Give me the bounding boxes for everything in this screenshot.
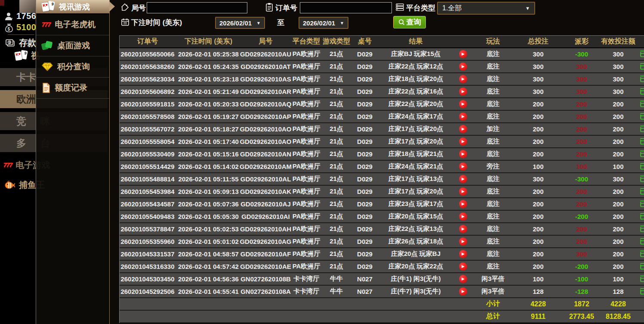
valid-cell: 300 [599, 61, 637, 72]
date-to-select[interactable]: 2026/02/01 ▼ [299, 17, 348, 29]
platform-cell: PA欧洲厅 [290, 261, 323, 272]
play-cell: 底注 [474, 198, 512, 210]
menu-item-label: 视讯游戏 [59, 2, 90, 12]
table-row: 2602010556382602026-02-01 05:24:35GD0292… [120, 61, 644, 73]
bet-cell: 300 [512, 48, 564, 60]
status-cell: 已 [637, 123, 644, 135]
platform-cell: PA欧洲厅 [290, 148, 323, 160]
cards-icon: 9K♥ [15, 50, 28, 62]
time-cell: 2026-02-01 04:55:41 [176, 286, 241, 297]
play-video-button[interactable]: ▶ [459, 125, 467, 133]
platform-select-value: 1.全部 [442, 4, 462, 13]
play-video-button[interactable]: ▶ [459, 275, 467, 283]
play-btn-cell: ▶ [452, 48, 474, 60]
bet-cell: 100 [512, 273, 564, 285]
play-video-button[interactable]: ▶ [459, 262, 467, 271]
play-video-button[interactable]: ▶ [459, 175, 467, 183]
play-video-button[interactable]: ▶ [459, 237, 467, 246]
search-button-label: 查询 [407, 17, 421, 27]
table-cell: D029 [350, 86, 379, 97]
table-cell: N027 [350, 273, 379, 285]
sidebar-divider [8, 34, 34, 35]
menu-item-entry[interactable]: 777电子老虎机 [36, 14, 109, 35]
time-cell: 2026-02-01 05:09:13 [176, 186, 241, 197]
valid-cell: 200 [599, 248, 637, 260]
platform-cell: PA欧洲厅 [290, 236, 323, 247]
play-icon: ▶ [462, 140, 465, 143]
round-cell: GD029262010AS [241, 73, 290, 85]
play-btn-cell: ▶ [452, 61, 474, 72]
play-video-button[interactable]: ▶ [459, 62, 467, 71]
play-icon: ▶ [462, 240, 465, 243]
menu-item-entry[interactable]: 积分查询 [36, 56, 109, 78]
date-from-value: 2026/02/01 [219, 19, 252, 27]
valid-cell: 300 [599, 173, 637, 185]
subtotal-row: 小计422818724228 [120, 298, 644, 311]
summary-value-cell [452, 311, 474, 322]
time-cell: 2026-02-01 05:21:49 [176, 86, 241, 97]
play-video-button[interactable]: ▶ [459, 225, 467, 233]
payout-cell: 200 [564, 198, 599, 210]
valid-cell: 200 [599, 211, 637, 222]
time-cell: 2026-02-01 04:58:57 [176, 248, 241, 260]
table-row: 2602010452925062026-02-01 04:55:41GN0272… [120, 286, 644, 298]
bet-cell: 200 [512, 148, 564, 160]
date-to-value: 2026/02/01 [303, 19, 335, 27]
menu-item-entry[interactable]: 桌面游戏 [36, 35, 109, 56]
table-row: 2602010556068922026-02-01 05:21:49GD0292… [120, 86, 644, 98]
play-video-button[interactable]: ▶ [459, 200, 467, 208]
date-from-select[interactable]: 2026/02/01 ▼ [215, 17, 265, 29]
menu-item-entry[interactable]: 额度记录 [36, 78, 109, 99]
play-cell: 底注 [474, 148, 512, 160]
table-cell: D029 [350, 136, 379, 147]
summary-value-cell [350, 298, 379, 310]
diamond-icon [42, 62, 53, 72]
play-video-button[interactable]: ▶ [459, 250, 467, 258]
play-btn-cell: ▶ [452, 236, 474, 247]
platform-cell: PA欧洲厅 [290, 161, 323, 172]
menu-item-active[interactable]: 9K♥视讯游戏 [36, 0, 109, 14]
status-cell: 已 [637, 111, 644, 122]
valid-cell: 100 [599, 273, 637, 285]
status-cell: 已 [637, 223, 644, 235]
status-cell: 已 [637, 186, 644, 197]
summary-value-cell [290, 311, 323, 322]
round-cell: GD029262010AG [241, 236, 290, 247]
platform-select[interactable]: 1.全部 ▼ [437, 2, 535, 15]
play-video-button[interactable]: ▶ [459, 112, 467, 121]
user-id-value: 1756 [16, 11, 37, 21]
round-cell: GN0272620108A [241, 286, 290, 297]
order-cell: 260201055638260 [120, 61, 176, 72]
play-video-button[interactable]: ▶ [459, 150, 467, 158]
payout-cell: 100 [564, 161, 599, 172]
search-icon [398, 19, 405, 25]
play-video-button[interactable]: ▶ [459, 287, 467, 296]
moneybag-icon: $ [4, 23, 14, 32]
result-cell: 庄家20点 玩家22点 [379, 261, 452, 272]
round-input[interactable] [147, 2, 247, 13]
play-icon: ▶ [462, 90, 465, 93]
play-video-button[interactable]: ▶ [459, 50, 467, 58]
payout-cell: 200 [564, 98, 599, 110]
play-video-button[interactable]: ▶ [459, 212, 467, 221]
header-cell: 订单号 [120, 36, 176, 47]
deposit-button[interactable]: $ 存款 [5, 37, 36, 49]
round-cell: GD029262010AR [241, 86, 290, 97]
game-cell: 21点 [323, 86, 350, 97]
play-video-button[interactable]: ▶ [459, 162, 467, 171]
play-video-button[interactable]: ▶ [459, 137, 467, 146]
play-video-button[interactable]: ▶ [459, 187, 467, 196]
play-video-button[interactable]: ▶ [459, 87, 467, 96]
order-cell: 260201045292506 [120, 286, 176, 297]
header-cell: 有效投注额 [599, 36, 637, 47]
play-video-button[interactable]: ▶ [459, 100, 467, 108]
search-button[interactable]: 查询 [393, 16, 426, 28]
platform-cell: PA欧洲厅 [290, 211, 323, 222]
order-filter-label: 订单号 [275, 3, 297, 13]
order-input[interactable] [300, 2, 392, 13]
play-video-button[interactable]: ▶ [459, 75, 467, 83]
valid-cell: 200 [599, 198, 637, 210]
to-label: 至 [277, 18, 284, 28]
table-row: 2602010554888142026-02-01 05:11:55GD0292… [120, 173, 644, 186]
play-cell: 闲3平倍 [474, 286, 512, 297]
